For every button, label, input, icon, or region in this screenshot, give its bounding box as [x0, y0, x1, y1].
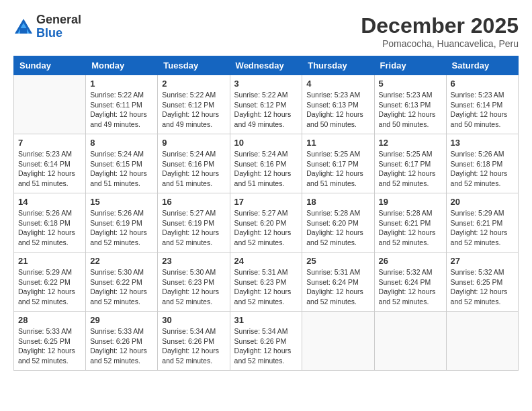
day-info: Sunrise: 5:31 AMSunset: 6:23 PMDaylight:… [234, 267, 298, 307]
week-row-2: 7Sunrise: 5:23 AMSunset: 6:14 PMDaylight… [14, 134, 519, 193]
logo-icon [13, 17, 34, 36]
calendar-cell: 30Sunrise: 5:34 AMSunset: 6:26 PMDayligh… [158, 312, 230, 371]
day-info: Sunrise: 5:25 AMSunset: 6:17 PMDaylight:… [379, 149, 442, 189]
calendar-cell: 26Sunrise: 5:32 AMSunset: 6:24 PMDayligh… [374, 253, 446, 312]
day-number: 21 [18, 256, 81, 266]
day-number: 14 [18, 197, 81, 207]
calendar-cell: 29Sunrise: 5:33 AMSunset: 6:26 PMDayligh… [86, 312, 158, 371]
logo-blue: Blue [36, 27, 81, 40]
day-info: Sunrise: 5:23 AMSunset: 6:14 PMDaylight:… [451, 90, 514, 130]
calendar-cell [374, 312, 446, 371]
day-info: Sunrise: 5:23 AMSunset: 6:13 PMDaylight:… [306, 90, 369, 130]
page-header: General Blue December 2025 Pomacocha, Hu… [13, 13, 519, 49]
day-number: 17 [234, 197, 298, 207]
col-header-saturday: Saturday [446, 56, 518, 75]
day-number: 30 [162, 315, 225, 325]
col-header-thursday: Thursday [302, 56, 374, 75]
day-number: 5 [379, 79, 442, 89]
calendar-cell: 16Sunrise: 5:27 AMSunset: 6:19 PMDayligh… [158, 193, 230, 253]
location: Pomacocha, Huancavelica, Peru [361, 38, 519, 49]
calendar-cell: 14Sunrise: 5:26 AMSunset: 6:18 PMDayligh… [14, 193, 86, 253]
day-info: Sunrise: 5:26 AMSunset: 6:19 PMDaylight:… [90, 208, 153, 248]
day-info: Sunrise: 5:23 AMSunset: 6:13 PMDaylight:… [379, 90, 442, 130]
day-number: 10 [234, 138, 298, 148]
calendar-cell: 13Sunrise: 5:26 AMSunset: 6:18 PMDayligh… [446, 134, 518, 193]
day-info: Sunrise: 5:34 AMSunset: 6:26 PMDaylight:… [162, 326, 225, 366]
week-row-4: 21Sunrise: 5:29 AMSunset: 6:22 PMDayligh… [14, 253, 519, 312]
day-number: 31 [234, 315, 298, 325]
calendar-cell: 25Sunrise: 5:31 AMSunset: 6:24 PMDayligh… [302, 253, 374, 312]
calendar-cell: 23Sunrise: 5:30 AMSunset: 6:23 PMDayligh… [158, 253, 230, 312]
logo-general: General [36, 13, 81, 27]
calendar-cell: 21Sunrise: 5:29 AMSunset: 6:22 PMDayligh… [14, 253, 86, 312]
calendar-cell: 17Sunrise: 5:27 AMSunset: 6:20 PMDayligh… [230, 193, 302, 253]
calendar-cell: 1Sunrise: 5:22 AMSunset: 6:11 PMDaylight… [86, 75, 158, 134]
day-number: 3 [234, 79, 298, 89]
day-info: Sunrise: 5:25 AMSunset: 6:17 PMDaylight:… [306, 149, 369, 189]
day-info: Sunrise: 5:24 AMSunset: 6:16 PMDaylight:… [234, 149, 298, 189]
calendar-cell: 15Sunrise: 5:26 AMSunset: 6:19 PMDayligh… [86, 193, 158, 253]
calendar-cell: 31Sunrise: 5:34 AMSunset: 6:26 PMDayligh… [230, 312, 302, 371]
day-info: Sunrise: 5:28 AMSunset: 6:20 PMDaylight:… [306, 208, 369, 248]
col-header-monday: Monday [86, 56, 158, 75]
day-info: Sunrise: 5:22 AMSunset: 6:12 PMDaylight:… [162, 90, 225, 130]
calendar-cell: 3Sunrise: 5:22 AMSunset: 6:12 PMDaylight… [230, 75, 302, 134]
calendar-cell: 2Sunrise: 5:22 AMSunset: 6:12 PMDaylight… [158, 75, 230, 134]
col-header-sunday: Sunday [14, 56, 86, 75]
day-number: 8 [90, 138, 153, 148]
day-info: Sunrise: 5:24 AMSunset: 6:15 PMDaylight:… [90, 149, 153, 189]
calendar-cell [302, 312, 374, 371]
day-number: 19 [379, 197, 442, 207]
day-number: 27 [451, 256, 514, 266]
day-number: 29 [90, 315, 153, 325]
logo: General Blue [13, 13, 81, 40]
day-info: Sunrise: 5:28 AMSunset: 6:21 PMDaylight:… [379, 208, 442, 248]
day-number: 24 [234, 256, 298, 266]
day-number: 11 [306, 138, 369, 148]
day-info: Sunrise: 5:29 AMSunset: 6:22 PMDaylight:… [18, 267, 81, 307]
day-number: 25 [306, 256, 369, 266]
calendar-cell: 18Sunrise: 5:28 AMSunset: 6:20 PMDayligh… [302, 193, 374, 253]
day-info: Sunrise: 5:27 AMSunset: 6:19 PMDaylight:… [162, 208, 225, 248]
calendar-cell: 10Sunrise: 5:24 AMSunset: 6:16 PMDayligh… [230, 134, 302, 193]
calendar-cell: 9Sunrise: 5:24 AMSunset: 6:16 PMDaylight… [158, 134, 230, 193]
calendar-cell: 8Sunrise: 5:24 AMSunset: 6:15 PMDaylight… [86, 134, 158, 193]
calendar-cell: 4Sunrise: 5:23 AMSunset: 6:13 PMDaylight… [302, 75, 374, 134]
svg-rect-2 [20, 28, 27, 34]
day-number: 28 [18, 315, 81, 325]
calendar-cell: 12Sunrise: 5:25 AMSunset: 6:17 PMDayligh… [374, 134, 446, 193]
col-header-tuesday: Tuesday [158, 56, 230, 75]
calendar-table: SundayMondayTuesdayWednesdayThursdayFrid… [13, 56, 519, 371]
col-header-friday: Friday [374, 56, 446, 75]
day-number: 22 [90, 256, 153, 266]
calendar-cell: 24Sunrise: 5:31 AMSunset: 6:23 PMDayligh… [230, 253, 302, 312]
day-number: 23 [162, 256, 225, 266]
day-info: Sunrise: 5:29 AMSunset: 6:21 PMDaylight:… [451, 208, 514, 248]
logo-text: General Blue [36, 13, 81, 40]
calendar-cell: 27Sunrise: 5:32 AMSunset: 6:25 PMDayligh… [446, 253, 518, 312]
month-title: December 2025 [361, 13, 519, 38]
day-number: 18 [306, 197, 369, 207]
calendar-cell: 28Sunrise: 5:33 AMSunset: 6:25 PMDayligh… [14, 312, 86, 371]
day-info: Sunrise: 5:31 AMSunset: 6:24 PMDaylight:… [306, 267, 369, 307]
calendar-cell: 5Sunrise: 5:23 AMSunset: 6:13 PMDaylight… [374, 75, 446, 134]
day-info: Sunrise: 5:33 AMSunset: 6:25 PMDaylight:… [18, 326, 81, 366]
day-number: 6 [451, 79, 514, 89]
calendar-cell: 22Sunrise: 5:30 AMSunset: 6:22 PMDayligh… [86, 253, 158, 312]
day-info: Sunrise: 5:30 AMSunset: 6:23 PMDaylight:… [162, 267, 225, 307]
day-info: Sunrise: 5:32 AMSunset: 6:24 PMDaylight:… [379, 267, 442, 307]
day-info: Sunrise: 5:34 AMSunset: 6:26 PMDaylight:… [234, 326, 298, 366]
calendar-cell [14, 75, 86, 134]
title-block: December 2025 Pomacocha, Huancavelica, P… [361, 13, 519, 49]
calendar-cell: 20Sunrise: 5:29 AMSunset: 6:21 PMDayligh… [446, 193, 518, 253]
day-info: Sunrise: 5:24 AMSunset: 6:16 PMDaylight:… [162, 149, 225, 189]
day-info: Sunrise: 5:33 AMSunset: 6:26 PMDaylight:… [90, 326, 153, 366]
day-number: 4 [306, 79, 369, 89]
calendar-cell: 11Sunrise: 5:25 AMSunset: 6:17 PMDayligh… [302, 134, 374, 193]
col-header-wednesday: Wednesday [230, 56, 302, 75]
calendar-cell [446, 312, 518, 371]
day-info: Sunrise: 5:27 AMSunset: 6:20 PMDaylight:… [234, 208, 298, 248]
calendar-cell: 7Sunrise: 5:23 AMSunset: 6:14 PMDaylight… [14, 134, 86, 193]
day-number: 12 [379, 138, 442, 148]
day-number: 20 [451, 197, 514, 207]
